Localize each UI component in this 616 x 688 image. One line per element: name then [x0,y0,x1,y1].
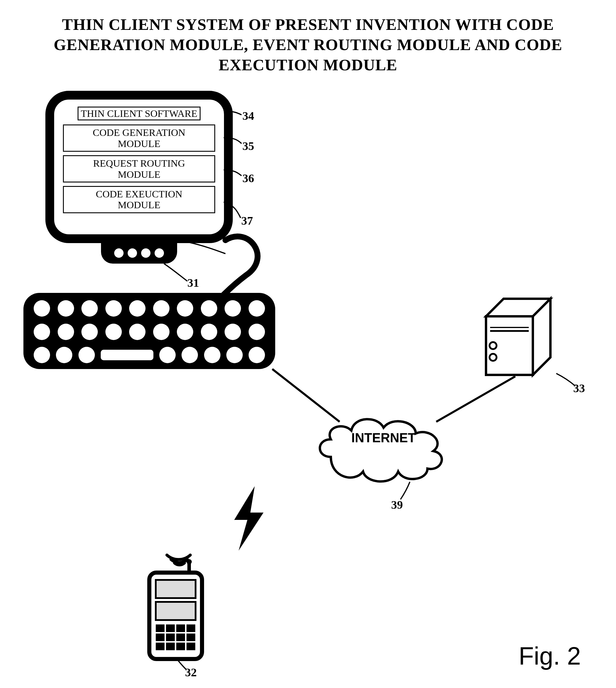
svg-rect-13 [156,580,196,598]
keyboard [23,293,275,369]
figure-label: Fig. 2 [519,642,581,670]
key [153,324,170,340]
ref-33: 33 [573,381,585,395]
key [177,300,193,317]
key [159,347,176,363]
lightning-bolt-icon [222,486,272,551]
svg-rect-14 [156,602,196,620]
module-label-line1: CODE EXEUCTION [96,189,182,199]
cloud-label: INTERNET [339,431,427,445]
key [224,300,241,317]
svg-rect-23 [156,643,164,650]
key [129,324,146,340]
monitor-cable [222,231,269,296]
key [177,324,193,340]
ref-32: 32 [185,665,197,679]
module-code-generation: CODE GENERATION MODULE [63,125,215,152]
ref-35: 35 [242,139,254,153]
svg-marker-0 [486,316,533,375]
key [79,347,95,363]
svg-rect-25 [176,643,185,650]
svg-rect-18 [186,624,195,632]
key [34,324,50,340]
module-label-line2: MODULE [118,138,160,149]
led-dot [141,249,151,258]
diagram-title: THIN CLIENT SYSTEM OF PRESENT INVENTION … [0,15,616,75]
key [105,324,122,340]
key-row [34,324,265,340]
svg-rect-21 [176,633,185,641]
key [201,324,217,340]
key [34,300,50,317]
title-line-2: GENERATION MODULE, EVENT ROUTING MODULE … [53,36,562,53]
key-row [34,347,265,363]
key [181,347,198,363]
key [224,324,241,340]
ref-37: 37 [241,214,253,228]
svg-rect-19 [156,633,164,641]
key [248,300,265,317]
diagram-canvas: THIN CLIENT SYSTEM OF PRESENT INVENTION … [0,0,616,688]
ref-31: 31 [188,276,199,290]
led-dot [128,249,137,258]
module-label-line2: MODULE [118,199,160,210]
spacebar [101,350,153,360]
module-stack: THIN CLIENT SOFTWARE CODE GENERATION MOD… [63,107,215,217]
client-computer: THIN CLIENT SOFTWARE CODE GENERATION MOD… [45,91,233,264]
led-dot [155,249,164,258]
key [248,324,265,340]
ref-36: 36 [242,171,254,185]
monitor: THIN CLIENT SOFTWARE CODE GENERATION MOD… [45,91,233,243]
module-label-line2: MODULE [118,169,160,180]
key [204,347,220,363]
key [81,324,98,340]
module-label-line1: REQUEST ROUTING [93,158,185,169]
key [56,347,72,363]
key [58,300,74,317]
key [153,300,170,317]
key [248,347,265,363]
svg-rect-15 [156,624,164,632]
key-row [34,300,265,317]
module-thin-client-software: THIN CLIENT SOFTWARE [63,107,215,121]
key [34,347,50,363]
server-icon [483,296,559,378]
ref-39: 39 [391,498,403,512]
key [58,324,74,340]
key [105,300,122,317]
led-dot [114,249,124,258]
key [81,300,98,317]
mobile-device-icon [140,548,222,665]
svg-marker-9 [234,486,264,551]
module-request-routing: REQUEST ROUTING MODULE [63,155,215,182]
title-line-3: EXECUTION MODULE [219,56,397,74]
svg-point-11 [186,559,192,564]
module-code-execution: CODE EXEUCTION MODULE [63,186,215,213]
svg-rect-22 [186,633,195,641]
title-line-1: THIN CLIENT SYSTEM OF PRESENT INVENTION … [62,16,554,34]
svg-rect-24 [166,643,175,650]
key [201,300,217,317]
svg-rect-26 [186,643,195,650]
svg-rect-17 [176,624,185,632]
key [129,300,146,317]
ref-34: 34 [242,109,254,123]
module-label-line1: CODE GENERATION [93,127,185,138]
module-label: THIN CLIENT SOFTWARE [78,107,201,121]
svg-rect-20 [166,633,175,641]
svg-rect-16 [166,624,175,632]
key [226,347,243,363]
monitor-base [101,242,177,264]
